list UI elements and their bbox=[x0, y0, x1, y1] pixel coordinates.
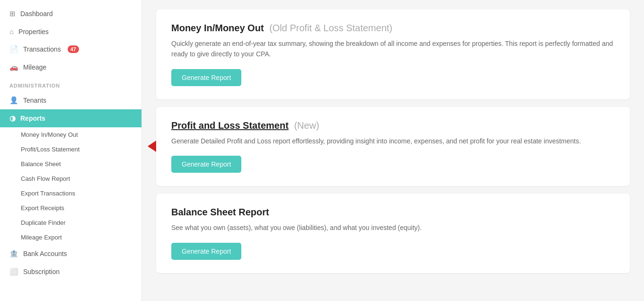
generate-report-btn-balance-sheet[interactable]: Generate Report bbox=[171, 243, 241, 260]
sidebar-subitem-cash-flow[interactable]: Cash Flow Report bbox=[0, 171, 141, 186]
sidebar-item-label: Mileage bbox=[23, 63, 46, 71]
report-desc-balance-sheet: See what you own (assets), what you owe … bbox=[171, 222, 615, 233]
properties-icon: ⌂ bbox=[9, 27, 14, 35]
report-title-profit-loss: Profit and Loss Statement (New) bbox=[171, 120, 615, 131]
sidebar-item-subscription[interactable]: ⬜ Subscription bbox=[0, 263, 141, 281]
reports-icon: ◑ bbox=[9, 114, 16, 123]
report-card-wrapper-profit-loss: Profit and Loss Statement (New) Generate… bbox=[156, 107, 630, 186]
sidebar-subitem-money-in-out[interactable]: Money In/Money Out bbox=[0, 127, 141, 142]
main-content: Money In/Money Out (Old Profit & Loss St… bbox=[142, 0, 644, 301]
subitem-label: Profit/Loss Statement bbox=[21, 146, 79, 153]
report-desc-money-in-out: Quickly generate an end-of-year tax summ… bbox=[171, 38, 615, 60]
subitem-label: Cash Flow Report bbox=[21, 175, 70, 182]
report-title-money-in-out: Money In/Money Out (Old Profit & Loss St… bbox=[171, 23, 615, 34]
subitem-label: Export Transactions bbox=[21, 190, 75, 197]
tenants-icon: 👤 bbox=[9, 96, 18, 105]
generate-report-btn-money-in-out[interactable]: Generate Report bbox=[171, 69, 241, 86]
report-card-profit-loss: Profit and Loss Statement (New) Generate… bbox=[156, 107, 630, 186]
sidebar-item-label: Properties bbox=[18, 28, 49, 35]
report-card-balance-sheet: Balance Sheet Report See what you own (a… bbox=[156, 194, 630, 273]
sidebar-item-transactions[interactable]: 📄 Transactions 47 bbox=[0, 40, 141, 58]
subitem-label: Balance Sheet bbox=[21, 160, 61, 168]
sidebar: ⊞ Dashboard ⌂ Properties 📄 Transactions … bbox=[0, 0, 142, 301]
sidebar-item-reports[interactable]: ◑ Reports bbox=[0, 109, 141, 127]
sidebar-item-label: Tenants bbox=[23, 97, 46, 104]
sidebar-item-properties[interactable]: ⌂ Properties bbox=[0, 23, 141, 40]
bank-icon: 🏦 bbox=[9, 249, 18, 258]
admin-section-label: ADMINISTRATION bbox=[0, 76, 141, 91]
transactions-badge: 47 bbox=[68, 45, 79, 53]
sidebar-item-label: Reports bbox=[20, 115, 45, 122]
mileage-icon: 🚗 bbox=[9, 63, 18, 71]
report-desc-profit-loss: Generate Detailed Profit and Loss report… bbox=[171, 136, 615, 146]
report-title-main: Money In/Money Out bbox=[171, 23, 264, 33]
subscription-icon: ⬜ bbox=[9, 267, 18, 276]
subitem-label: Export Receipts bbox=[21, 204, 64, 212]
report-title-main: Profit and Loss Statement bbox=[171, 120, 289, 131]
sidebar-item-label: Dashboard bbox=[20, 10, 53, 18]
sidebar-item-label: Transactions bbox=[23, 45, 61, 53]
sidebar-subitem-export-transactions[interactable]: Export Transactions bbox=[0, 186, 141, 201]
sidebar-subitem-mileage-export[interactable]: Mileage Export bbox=[0, 230, 141, 245]
sidebar-subitem-profit-loss[interactable]: Profit/Loss Statement bbox=[0, 142, 141, 157]
generate-report-btn-profit-loss[interactable]: Generate Report bbox=[171, 156, 241, 173]
subitem-label: Money In/Money Out bbox=[21, 131, 78, 138]
report-card-money-in-out: Money In/Money Out (Old Profit & Loss St… bbox=[156, 9, 630, 99]
report-title-subtitle: (Old Profit & Loss Statement) bbox=[269, 23, 392, 33]
report-title-balance-sheet: Balance Sheet Report bbox=[171, 207, 615, 218]
subitem-label: Duplicate Finder bbox=[21, 219, 66, 226]
sidebar-subitem-duplicate-finder[interactable]: Duplicate Finder bbox=[0, 215, 141, 230]
dashboard-icon: ⊞ bbox=[9, 9, 16, 18]
subitem-label: Mileage Export bbox=[21, 234, 62, 241]
sidebar-item-mileage[interactable]: 🚗 Mileage bbox=[0, 58, 141, 76]
profit-loss-arrow-indicator bbox=[148, 141, 156, 152]
sidebar-item-tenants[interactable]: 👤 Tenants bbox=[0, 91, 141, 109]
sidebar-item-label: Subscription bbox=[23, 268, 60, 275]
sidebar-item-bank-accounts[interactable]: 🏦 Bank Accounts bbox=[0, 245, 141, 263]
transactions-icon: 📄 bbox=[9, 45, 18, 53]
report-title-main: Balance Sheet Report bbox=[171, 207, 269, 217]
sidebar-subitem-balance-sheet[interactable]: Balance Sheet bbox=[0, 157, 141, 171]
sidebar-subitem-export-receipts[interactable]: Export Receipts bbox=[0, 201, 141, 215]
sidebar-item-label: Bank Accounts bbox=[23, 250, 67, 257]
report-title-subtitle: (New) bbox=[294, 120, 319, 131]
sidebar-item-dashboard[interactable]: ⊞ Dashboard bbox=[0, 5, 141, 23]
